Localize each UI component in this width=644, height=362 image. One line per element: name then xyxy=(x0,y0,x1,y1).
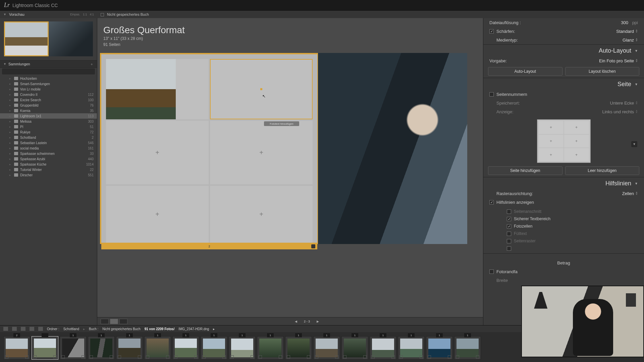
collection-row[interactable]: ▸PI51 xyxy=(0,124,97,129)
zoom-fit[interactable]: Einpas. xyxy=(70,13,80,16)
collection-row[interactable]: ▸Ksenia35 xyxy=(0,108,97,113)
collection-row[interactable]: ▸Von Lr mobile xyxy=(0,86,97,92)
plus-icon[interactable] xyxy=(30,327,34,331)
display-value[interactable]: Links und rechts xyxy=(602,109,634,114)
add-photo-text-hint[interactable]: Fototext hinzufügen xyxy=(264,121,299,126)
zoom-1-1[interactable]: 1:1 xyxy=(83,13,87,16)
collection-row[interactable]: ▸Excire Search100 xyxy=(0,97,97,103)
collections-header[interactable]: ▼ Sammlungen ＋ xyxy=(0,60,97,68)
zoom-4-1[interactable]: 4:1 xyxy=(90,13,94,16)
filmstrip-thumb[interactable]: 1 xyxy=(370,336,396,360)
collection-row[interactable]: ▸Covendro II112 xyxy=(0,92,97,97)
guide-pagegrid-checkbox[interactable] xyxy=(507,239,511,243)
clear-layout-button[interactable]: Layout löschen xyxy=(565,67,640,76)
guide-filler-checkbox[interactable] xyxy=(507,232,511,236)
photo-border-label: Fotorandfa xyxy=(496,269,518,274)
collection-count: 72 xyxy=(90,130,94,134)
show-guides-checkbox[interactable] xyxy=(489,200,494,204)
filmstrip-thumb[interactable]: 1 xyxy=(398,336,425,360)
filmstrip-thumb[interactable]: 2 xyxy=(3,336,30,360)
filmstrip-thumb[interactable]: 1 xyxy=(454,336,481,360)
filmstrip-thumb[interactable] xyxy=(32,336,58,360)
filmstrip-thumb[interactable]: 1 xyxy=(201,336,227,360)
collection-row[interactable]: ▸Sebastian Lastein546 xyxy=(0,140,97,145)
auto-layout-button[interactable]: Auto-Layout xyxy=(488,67,562,76)
page-right[interactable]: 3 xyxy=(318,53,467,244)
preset-value[interactable]: Ein Foto pro Seite xyxy=(599,58,634,63)
collection-row[interactable]: ▸Dirscher551 xyxy=(0,172,97,178)
guide-photocells-checkbox[interactable] xyxy=(507,224,511,229)
monitor-icon[interactable] xyxy=(3,327,8,331)
filmstrip-thumb[interactable]: 1 xyxy=(257,336,284,360)
chevron-down-icon[interactable]: ▼ xyxy=(3,13,6,16)
spread-preview-thumb[interactable] xyxy=(4,21,93,56)
crumb-folder-name[interactable]: Schottland xyxy=(63,327,79,331)
view-single-button[interactable] xyxy=(119,319,127,324)
next-spread-button[interactable]: ▶ xyxy=(317,320,319,323)
show-guides-label: Hilfslinien anzeigen xyxy=(496,200,534,205)
filmstrip-thumb[interactable]: 1 xyxy=(426,336,453,360)
filmstrip-thumb[interactable]: 1 xyxy=(229,336,256,360)
thumb-image xyxy=(62,339,84,357)
photo-cell[interactable]: + xyxy=(210,186,313,243)
layout-picker-button[interactable]: ▼ xyxy=(631,141,637,147)
grid-icon[interactable] xyxy=(21,327,25,331)
collection-row[interactable]: ▸Schottland2 xyxy=(0,135,97,140)
filmstrip-thumb[interactable]: 1 xyxy=(88,336,115,360)
collection-row[interactable]: ▸Sparkasse Azubi440 xyxy=(0,156,97,162)
crumb-book-name[interactable]: Nicht gespeichertes Buch xyxy=(102,327,140,331)
photo-border-checkbox[interactable] xyxy=(489,269,494,274)
guide-textsafe-checkbox[interactable] xyxy=(507,217,511,221)
guide-extra-checkbox[interactable] xyxy=(507,246,511,251)
collection-name: Sparkasse Küche xyxy=(20,163,46,166)
collection-count: 35 xyxy=(90,109,94,113)
filmstrip-thumb[interactable]: 1 xyxy=(313,336,340,360)
monitor2-icon[interactable] xyxy=(12,327,17,331)
add-page-button[interactable]: Seite hinzufügen xyxy=(488,166,562,175)
collection-row[interactable]: ▸Smart-Sammlungen xyxy=(0,81,97,86)
filmstrip-thumb[interactable]: 1 xyxy=(116,336,143,360)
page-options-handle[interactable] xyxy=(311,244,315,248)
filmstrip-thumb[interactable]: 1 xyxy=(341,336,368,360)
collection-row[interactable]: ▸Melissa303 xyxy=(0,119,97,124)
guide-bleed-checkbox[interactable] xyxy=(507,209,511,214)
page-numbers-checkbox[interactable] xyxy=(489,92,494,97)
section-auto-layout[interactable]: Auto-Layout▼ xyxy=(483,44,644,56)
collection-row[interactable]: ▸Rukiye72 xyxy=(0,129,97,135)
collection-row[interactable]: ▸social media161 xyxy=(0,145,97,151)
add-collection-icon[interactable]: ＋ xyxy=(90,62,94,67)
page-left[interactable]: + + + + Fototext hinzufügen ↖ 2 xyxy=(100,53,318,244)
collection-row[interactable]: ▸Tutorial Winter22 xyxy=(0,167,97,172)
prev-spread-button[interactable]: ◀ xyxy=(295,320,297,323)
collection-row[interactable]: ▸Sparkasse Küche1014 xyxy=(0,162,97,167)
photo-cell[interactable]: + xyxy=(210,121,313,184)
photo-cell[interactable] xyxy=(106,59,209,119)
photo-cell[interactable]: + xyxy=(106,121,209,184)
filmstrip-thumb[interactable]: 1 xyxy=(285,336,312,360)
view-grid-button[interactable] xyxy=(101,319,109,324)
resolution-value[interactable]: 300 xyxy=(621,20,628,25)
collections-search[interactable] xyxy=(2,68,95,74)
photo-cell[interactable]: + xyxy=(106,186,209,243)
media-value[interactable]: Glanz xyxy=(623,38,634,43)
collection-row[interactable]: ▸Gruppenbild76 xyxy=(0,103,97,108)
page-layout-preview[interactable]: ++ ++ ++ xyxy=(537,119,591,163)
sharpen-checkbox[interactable] xyxy=(489,29,494,34)
photo-cell-selected[interactable] xyxy=(210,59,313,119)
collection-row[interactable]: ▸Lightroom 1x1113 xyxy=(0,113,97,119)
collection-row[interactable]: ▸Sparkasse schwimmen33 xyxy=(0,151,97,156)
sort-icon[interactable] xyxy=(38,327,43,331)
filmstrip-thumb[interactable]: 1 xyxy=(60,336,87,360)
filmstrip-thumb[interactable]: 1 xyxy=(172,336,199,360)
gridalign-value[interactable]: Zellen xyxy=(622,191,634,196)
page-selection-bar[interactable]: 2 xyxy=(101,243,317,249)
add-blank-button[interactable]: Leer hinzufügen xyxy=(565,166,640,175)
sharpen-value[interactable]: Standard xyxy=(616,29,634,34)
thumb-image xyxy=(147,339,169,357)
section-guides[interactable]: Hilfslinien▼ xyxy=(483,177,644,189)
section-page[interactable]: Seite▼ xyxy=(483,78,644,90)
location-value[interactable]: Untere Ecke xyxy=(610,101,634,106)
view-spread-button[interactable] xyxy=(110,319,118,324)
collection-row[interactable]: ▸Hochzeiten xyxy=(0,76,97,81)
filmstrip-thumb[interactable]: 1 xyxy=(144,336,171,360)
